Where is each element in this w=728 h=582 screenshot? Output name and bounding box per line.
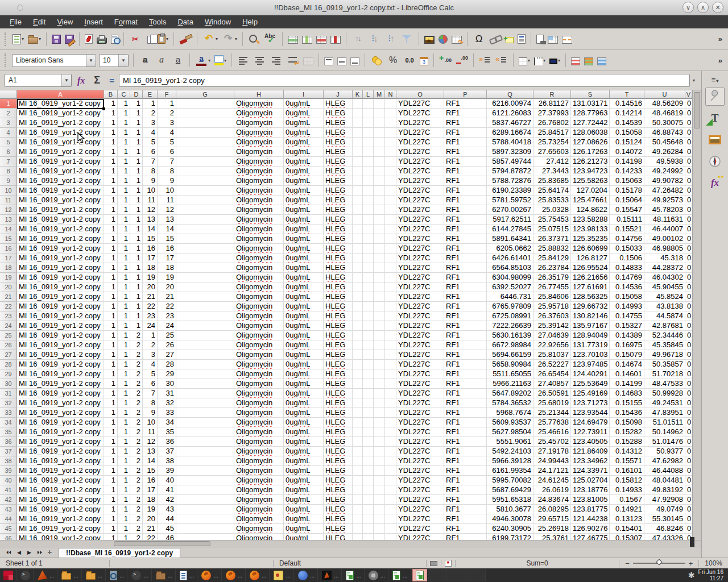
- cell[interactable]: 131.77319: [571, 340, 610, 350]
- cell[interactable]: 1: [130, 244, 143, 253]
- cell[interactable]: HLEG: [324, 167, 353, 176]
- cell[interactable]: [353, 476, 363, 485]
- bold-button[interactable]: a: [137, 52, 153, 69]
- toolbar-overflow-icon[interactable]: »: [718, 56, 722, 65]
- cell[interactable]: 2: [130, 369, 143, 379]
- cell[interactable]: HLEG: [324, 331, 353, 340]
- column-header[interactable]: U: [644, 90, 685, 99]
- cell[interactable]: 51.70218: [644, 369, 685, 379]
- cell[interactable]: 19: [158, 273, 176, 282]
- cell[interactable]: 0ug/mL: [284, 524, 324, 534]
- cell[interactable]: 1: [104, 118, 118, 128]
- cell[interactable]: 0.14536: [610, 282, 644, 292]
- cell[interactable]: Oligomycin: [234, 196, 284, 205]
- cell[interactable]: [385, 128, 396, 138]
- cell[interactable]: [385, 138, 396, 147]
- open-button[interactable]: ▾: [26, 31, 43, 48]
- cell[interactable]: HLEG: [324, 282, 353, 292]
- cell[interactable]: 1: [118, 398, 130, 408]
- add-sheet-icon[interactable]: ✛: [46, 548, 54, 556]
- cell[interactable]: 6289.16674: [487, 128, 533, 138]
- redo-button[interactable]: ↷▾: [220, 31, 239, 48]
- cell[interactable]: 1: [118, 408, 130, 418]
- cell[interactable]: [385, 514, 396, 524]
- row-header[interactable]: 32: [0, 398, 17, 408]
- cell[interactable]: MI 16_0919_yor1-2 copy: [17, 109, 104, 118]
- cell[interactable]: 38: [158, 456, 176, 466]
- window-menu-button[interactable]: [17, 5, 23, 11]
- vtop-button[interactable]: [322, 52, 335, 69]
- cell[interactable]: 1: [130, 292, 143, 302]
- cell[interactable]: [385, 321, 396, 331]
- cell[interactable]: [385, 505, 396, 514]
- cell[interactable]: Oligomycin: [234, 514, 284, 524]
- cell[interactable]: 0.: [685, 244, 692, 253]
- cell[interactable]: 0.: [685, 273, 692, 282]
- cell[interactable]: [363, 505, 374, 514]
- cell[interactable]: 0.: [685, 321, 692, 331]
- cell[interactable]: 0.: [685, 398, 692, 408]
- cell[interactable]: MI 16_0919_yor1-2 copy: [17, 427, 104, 437]
- pdf-button[interactable]: [83, 31, 94, 48]
- cell[interactable]: YDL227C: [396, 427, 444, 437]
- cell[interactable]: 6426.61401: [487, 253, 533, 263]
- cell[interactable]: 125.02704: [571, 476, 610, 485]
- cell[interactable]: [353, 263, 363, 273]
- document-modified-icon[interactable]: [445, 560, 452, 567]
- cell[interactable]: RF1: [444, 292, 487, 302]
- cell[interactable]: 30: [158, 379, 176, 389]
- formula-input[interactable]: MI 16_0919_yor1-2 copy: [119, 74, 690, 87]
- cell[interactable]: 0ug/mL: [284, 408, 324, 418]
- cell[interactable]: 48.56209: [644, 99, 685, 109]
- sidebar-tab-styles[interactable]: T: [705, 109, 725, 127]
- cell[interactable]: [374, 505, 385, 514]
- cell[interactable]: [353, 456, 363, 466]
- cell[interactable]: Oligomycin: [234, 340, 284, 350]
- cell[interactable]: 0.: [685, 437, 692, 447]
- cell[interactable]: Oligomycin: [234, 350, 284, 360]
- cell[interactable]: 42.87681: [644, 321, 685, 331]
- cell[interactable]: 1: [118, 466, 130, 476]
- cell[interactable]: 0.14199: [610, 379, 644, 389]
- calc-window[interactable]: ...: [390, 569, 411, 581]
- cell[interactable]: Oligomycin: [234, 273, 284, 282]
- cell[interactable]: 25.26918: [533, 524, 571, 534]
- cell[interactable]: [385, 476, 396, 485]
- cell[interactable]: [176, 495, 234, 505]
- cell[interactable]: 8: [158, 167, 176, 176]
- paste-button[interactable]: ▾: [156, 31, 170, 48]
- cell[interactable]: HLEG: [324, 118, 353, 128]
- cell[interactable]: 12: [143, 205, 158, 215]
- expand-formula-bar-icon[interactable]: ▾: [690, 74, 698, 87]
- cell[interactable]: 49.96718: [644, 350, 685, 360]
- cell[interactable]: 1: [104, 331, 118, 340]
- cell[interactable]: [385, 196, 396, 205]
- row-header[interactable]: 18: [0, 263, 17, 273]
- cell[interactable]: 25.81037: [533, 350, 571, 360]
- cell[interactable]: 1: [104, 485, 118, 495]
- cell[interactable]: [353, 138, 363, 147]
- cell[interactable]: 6216.00974: [487, 99, 533, 109]
- cell[interactable]: YDL227C: [396, 360, 444, 369]
- row-header[interactable]: 9: [0, 176, 17, 186]
- cell[interactable]: YDL227C: [396, 244, 444, 253]
- cell[interactable]: [385, 427, 396, 437]
- cell[interactable]: 23: [143, 311, 158, 321]
- horizontal-scrollbar-thumb[interactable]: [114, 541, 210, 546]
- cell[interactable]: 0ug/mL: [284, 321, 324, 331]
- cell[interactable]: 49.90782: [644, 176, 685, 186]
- cell[interactable]: RF1: [444, 495, 487, 505]
- fontsize-dropdown-icon[interactable]: ▼: [118, 55, 128, 66]
- cell[interactable]: [353, 311, 363, 321]
- cell[interactable]: MI 16_0919_yor1-2 copy: [17, 215, 104, 225]
- cell[interactable]: HLEG: [324, 456, 353, 466]
- cell[interactable]: Oligomycin: [234, 234, 284, 244]
- cell[interactable]: RF1: [444, 234, 487, 244]
- percent-button[interactable]: %: [385, 52, 401, 69]
- cell[interactable]: [385, 447, 396, 456]
- zoom-level-label[interactable]: 100%: [699, 559, 728, 567]
- cell[interactable]: 4: [143, 128, 158, 138]
- cell[interactable]: 51.01476: [644, 437, 685, 447]
- cell[interactable]: [176, 418, 234, 427]
- cell[interactable]: YDL227C: [396, 437, 444, 447]
